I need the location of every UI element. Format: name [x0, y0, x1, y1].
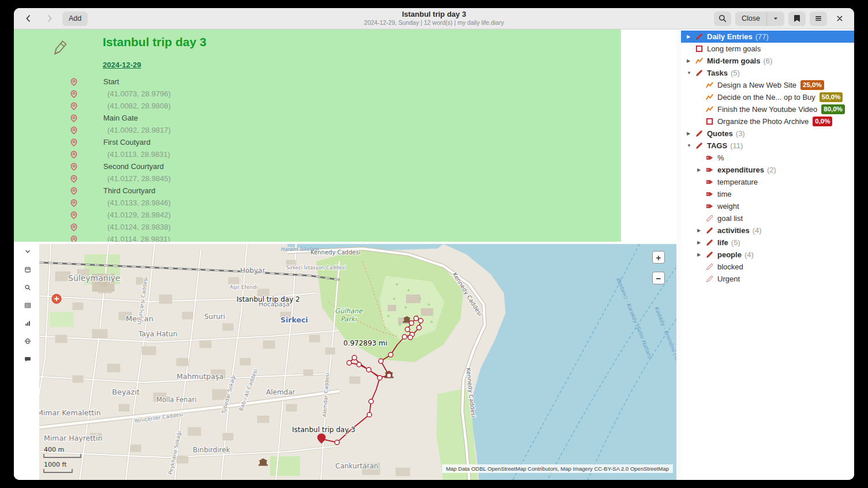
expander-icon[interactable]	[686, 58, 695, 63]
sidebar-item-quotes[interactable]: Quotes (3)	[681, 127, 854, 140]
expander-icon[interactable]	[696, 240, 705, 245]
zoom-out-button[interactable]: −	[652, 272, 665, 284]
close-icon	[835, 14, 844, 23]
map-label: Mimar Hayrettin	[44, 434, 102, 442]
progress-badge: 80,0%	[821, 104, 845, 114]
map-label: Beyazıt	[112, 388, 140, 396]
item-label: life	[717, 238, 728, 247]
item-label: Urgent	[717, 275, 740, 283]
forward-button[interactable]	[41, 12, 58, 26]
sidebar-item-daily-entries[interactable]: Daily Entries (77)	[681, 31, 854, 43]
expander-icon[interactable]	[696, 228, 705, 233]
chevron-down-icon	[24, 246, 31, 257]
sidebar-item-long-term-goals[interactable]: Long term goals	[681, 43, 854, 55]
chart-tool-button[interactable]	[21, 317, 35, 329]
expander-icon[interactable]	[686, 143, 695, 148]
map-pin-icon	[70, 235, 78, 242]
list-item: Start	[70, 76, 171, 88]
table-icon	[24, 301, 31, 310]
expander-icon[interactable]	[696, 167, 705, 172]
sidebar-item-tag-people[interactable]: people (4)	[681, 249, 854, 261]
sidebar-item-task-finish-video[interactable]: Finish the New Youtube Video 80,0%	[681, 103, 854, 115]
sidebar-item-tag-urgent[interactable]: Urgent	[681, 273, 854, 285]
header-left-group: Add	[20, 12, 88, 26]
sidebar-item-tag-goal-list[interactable]: goal list	[681, 212, 854, 224]
map-label: Aşir Efendi	[230, 284, 257, 290]
main-menu-button[interactable]	[810, 12, 827, 26]
sidebar-item-tag-blocked[interactable]: blocked	[681, 261, 854, 273]
sidebar-item-tag-activities[interactable]: activities (4)	[681, 224, 854, 237]
map-tool-button[interactable]	[21, 335, 35, 347]
collapse-panel-button[interactable]	[21, 245, 35, 258]
sidebar-item-tags[interactable]: TAGS (11)	[681, 140, 854, 152]
bar-chart-icon	[24, 318, 31, 328]
expander-icon[interactable]	[686, 131, 695, 136]
comments-tool-button[interactable]	[21, 352, 35, 365]
main-area: Istanbul trip day 3 2024-12-29 Start (41…	[14, 29, 854, 480]
tag-icon	[705, 178, 714, 186]
map-pin-icon	[70, 151, 78, 159]
sidebar-item-tag-weight[interactable]: weight	[681, 200, 854, 212]
close-options-button[interactable]	[767, 12, 784, 26]
zoom-in-button[interactable]: +	[652, 251, 665, 264]
sidebar-item-tag-temperature[interactable]: temperature	[681, 176, 854, 188]
entry-editor[interactable]: Istanbul trip day 3 2024-12-29 Start (41…	[14, 29, 676, 242]
back-button[interactable]	[20, 12, 37, 26]
checkbox-icon	[705, 117, 714, 126]
close-split-button: Close	[735, 12, 784, 26]
search-button[interactable]	[714, 12, 731, 26]
table-tool-button[interactable]	[21, 299, 35, 311]
list-item: Second Courtyard	[70, 160, 171, 172]
entry-title: Istanbul trip day 3	[103, 35, 207, 49]
sidebar-item-tag-time[interactable]: time	[681, 188, 854, 200]
headerbar: Add Istanbul trip day 3 2024-12-29, Sund…	[14, 8, 854, 29]
item-label: Finish the New Youtube Video	[717, 105, 817, 114]
item-count: (2)	[767, 166, 776, 174]
pencil-icon	[705, 226, 714, 235]
item-label: temperature	[717, 178, 758, 186]
item-count: (77)	[755, 32, 769, 41]
map-pin-icon	[70, 78, 78, 86]
sidebar-item-task-design-web-site[interactable]: Design a New Web Site 25,0%	[681, 79, 854, 91]
bookmark-toggle-button[interactable]	[788, 12, 806, 26]
sidebar-item-task-organize-photos[interactable]: Organize the Photo Archive 0,0%	[681, 115, 854, 127]
pane-splitter[interactable]	[676, 29, 681, 480]
search-tool-button[interactable]	[21, 281, 35, 294]
bookmark-icon	[792, 14, 802, 23]
window-close-button[interactable]	[831, 12, 848, 26]
expander-icon[interactable]	[696, 252, 705, 257]
sidebar-item-tag-life[interactable]: life (5)	[681, 237, 854, 249]
search-icon	[24, 283, 31, 292]
item-label: weight	[717, 202, 739, 211]
sidebar-item-tasks[interactable]: Tasks (5)	[681, 67, 854, 79]
map-pin-icon	[70, 126, 78, 134]
caret-down-icon	[772, 14, 780, 22]
expander-icon[interactable]	[686, 34, 695, 39]
item-label: people	[717, 250, 742, 259]
sidebar-item-tag-expenditures[interactable]: expenditures (2)	[681, 164, 854, 176]
list-item: (41.0114, 28.9831)	[70, 233, 171, 242]
window-title-block: Istanbul trip day 3 2024-12-29, Sunday |…	[364, 10, 504, 27]
calendar-tool-button[interactable]	[21, 263, 35, 276]
item-label: Decide on the Ne... op to Buy	[717, 93, 815, 102]
map-image: 400 m 1000 ft Kennedy Caddesi Kennedy Ca…	[39, 244, 676, 480]
entry-date-link[interactable]: 2024-12-29	[103, 61, 141, 69]
map-label: 400 m	[44, 446, 64, 453]
route-distance-label: 0.972893 mi	[343, 339, 387, 347]
map-label: Taya Hatun	[138, 330, 177, 338]
close-entry-button[interactable]: Close	[735, 12, 767, 26]
expander-icon[interactable]	[686, 70, 695, 76]
map-label: Sirkeci İstasyon Caddesi	[286, 265, 346, 271]
map-label: Parkı	[341, 315, 357, 323]
add-button[interactable]: Add	[62, 12, 88, 26]
checkbox-icon	[695, 44, 704, 53]
pencil-icon	[695, 141, 704, 150]
map-pin-icon	[70, 199, 78, 207]
map-view[interactable]: 400 m 1000 ft Kennedy Caddesi Kennedy Ca…	[39, 244, 676, 480]
pencil-icon	[705, 250, 714, 259]
sidebar-item-tag-percent[interactable]: %	[681, 152, 854, 164]
sidebar-item-task-decide-laptop[interactable]: Decide on the Ne... op to Buy 50,0%	[681, 91, 854, 103]
list-item: Main Gate	[70, 112, 171, 124]
map-label: Mahmutpaşa	[177, 372, 223, 381]
sidebar-item-mid-term-goals[interactable]: Mid-term goals (6)	[681, 55, 854, 67]
